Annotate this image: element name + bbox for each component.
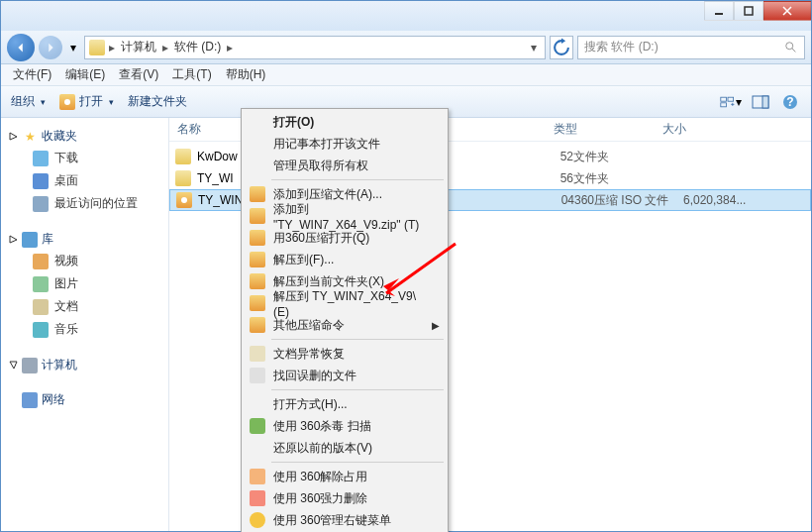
svg-rect-7	[762, 96, 768, 108]
search-icon	[784, 41, 798, 54]
desktop-icon	[33, 173, 49, 189]
path-seg-drive[interactable]: 软件 (D:)	[172, 39, 223, 55]
context-menu-item[interactable]: 文档异常恢复	[244, 343, 446, 365]
sidebar-computer-head[interactable]: 计算机	[5, 355, 164, 375]
file-date-fragment: 56	[546, 171, 573, 185]
sidebar-libraries-head[interactable]: 库	[5, 229, 164, 250]
svg-rect-4	[721, 102, 727, 106]
path-seg-computer[interactable]: 计算机	[119, 39, 158, 55]
menu-item-label: 找回误删的文件	[273, 368, 356, 384]
sidebar-item-desktop[interactable]: 桌面	[5, 169, 164, 192]
address-bar[interactable]: ▸ 计算机 ▸ 软件 (D:) ▸ ▾	[84, 36, 546, 59]
menu-item-label: 管理员取得所有权	[273, 158, 368, 174]
menu-item-label: 打开方式(H)...	[273, 396, 348, 413]
menu-item-label: 使用 360杀毒 扫描	[273, 418, 371, 435]
context-menu-item[interactable]: 用360压缩打开(Q)	[244, 227, 446, 249]
drive-icon	[89, 40, 105, 55]
sidebar-item-downloads[interactable]: 下载	[5, 147, 164, 169]
sidebar-item-label: 文档	[54, 298, 78, 315]
menu-item-label: 用记事本打开该文件	[273, 136, 380, 153]
context-menu-separator	[271, 339, 444, 340]
menu-item-label: 打开(O)	[273, 114, 314, 131]
menu-edit[interactable]: 编辑(E)	[59, 64, 111, 85]
sidebar-item-music[interactable]: 音乐	[5, 318, 164, 341]
svg-rect-5	[728, 97, 734, 101]
context-menu-item[interactable]: 还原以前的版本(V)	[244, 437, 446, 459]
organize-button[interactable]: 组织	[11, 93, 46, 110]
context-menu-item[interactable]: 用记事本打开该文件	[244, 133, 446, 155]
picture-icon	[33, 276, 49, 292]
svg-rect-1	[745, 7, 753, 15]
col-header-type[interactable]: 类型	[546, 121, 655, 138]
minimize-button[interactable]	[704, 1, 734, 21]
document-icon	[33, 299, 49, 315]
menu-item-label: 其他压缩命令	[273, 317, 345, 334]
sidebar-libraries-label: 库	[42, 231, 53, 248]
computer-icon	[22, 358, 38, 373]
explorer-window: ▾ ▸ 计算机 ▸ 软件 (D:) ▸ ▾ 搜索 软件 (D:) 文件(F) 编…	[0, 0, 812, 532]
sidebar-network-head[interactable]: 网络	[5, 389, 164, 410]
context-menu-item[interactable]: 添加到 "TY_WIN7_X64_V9.zip" (T)	[244, 205, 446, 227]
open-button[interactable]: 打开	[59, 93, 114, 110]
help-button[interactable]: ?	[779, 93, 801, 111]
context-menu-item[interactable]: 找回误删的文件	[244, 365, 446, 386]
svg-text:?: ?	[786, 95, 793, 109]
sidebar-computer-label: 计算机	[42, 357, 77, 373]
menu-file[interactable]: 文件(F)	[7, 64, 57, 85]
sidebar-network-label: 网络	[42, 391, 65, 408]
history-dropdown[interactable]: ▾	[66, 38, 80, 57]
file-name: TY_WIN	[198, 193, 243, 207]
sidebar-network: 网络	[5, 389, 164, 410]
file-name: TY_WI	[197, 171, 234, 185]
sidebar-item-documents[interactable]: 文档	[5, 295, 164, 318]
maximize-button[interactable]	[734, 1, 763, 21]
tree-collapse-icon	[9, 235, 18, 244]
context-menu-item[interactable]: 解压到 TY_WIN7_X64_V9\ (E)	[244, 292, 446, 314]
view-options-button[interactable]: ▾	[720, 93, 742, 111]
menubar: 文件(F) 编辑(E) 查看(V) 工具(T) 帮助(H)	[1, 64, 811, 86]
file-size: 6,020,384...	[683, 193, 762, 207]
svg-point-2	[786, 42, 793, 49]
file-date-fragment: 04	[547, 193, 574, 207]
chevron-right-icon: ▸	[109, 41, 115, 54]
context-menu: 打开(O)用记事本打开该文件管理员取得所有权添加到压缩文件(A)...添加到 "…	[241, 108, 449, 532]
context-menu-item[interactable]: 使用 360管理右键菜单	[244, 509, 446, 531]
file-name: KwDow	[197, 150, 238, 163]
star-icon: ★	[22, 129, 38, 145]
context-menu-item[interactable]: 管理员取得所有权	[244, 155, 446, 176]
sidebar-item-videos[interactable]: 视频	[5, 250, 164, 272]
col-header-size[interactable]: 大小	[655, 121, 734, 138]
sidebar-item-label: 桌面	[54, 172, 78, 189]
library-icon	[22, 232, 38, 248]
video-icon	[33, 254, 49, 269]
context-menu-item[interactable]: 解压到(F)...	[244, 249, 446, 270]
context-menu-item[interactable]: 打开方式(H)...	[244, 393, 446, 415]
context-menu-separator	[271, 389, 444, 390]
context-menu-item[interactable]: 打开(O)	[244, 111, 446, 133]
context-menu-item[interactable]: 使用 360强力删除	[244, 487, 446, 509]
back-button[interactable]	[7, 34, 35, 61]
sidebar-item-recent[interactable]: 最近访问的位置	[5, 192, 164, 215]
context-menu-item[interactable]: 使用 360解除占用	[244, 466, 446, 487]
forward-button[interactable]	[39, 36, 62, 59]
menu-tools[interactable]: 工具(T)	[166, 64, 217, 85]
file-icon	[176, 192, 192, 208]
menu-item-icon	[250, 273, 265, 289]
menu-help[interactable]: 帮助(H)	[220, 64, 272, 85]
sidebar-item-pictures[interactable]: 图片	[5, 272, 164, 295]
context-menu-item[interactable]: 使用 360杀毒 扫描	[244, 415, 446, 437]
menu-view[interactable]: 查看(V)	[113, 64, 164, 85]
sidebar-item-label: 视频	[54, 253, 78, 269]
search-input[interactable]: 搜索 软件 (D:)	[577, 36, 805, 59]
address-dropdown[interactable]: ▾	[527, 41, 541, 54]
preview-pane-button[interactable]	[750, 93, 771, 111]
sidebar-favorites-head[interactable]: ★ 收藏夹	[5, 126, 164, 147]
close-button[interactable]	[763, 1, 811, 21]
refresh-button[interactable]	[550, 36, 573, 59]
menu-item-label: 使用 360解除占用	[273, 469, 367, 485]
sidebar-item-label: 音乐	[54, 321, 78, 338]
context-menu-item[interactable]: 其他压缩命令▶	[244, 314, 446, 336]
submenu-arrow-icon: ▶	[432, 320, 440, 331]
new-folder-button[interactable]: 新建文件夹	[128, 93, 187, 110]
menu-item-icon	[250, 469, 265, 484]
